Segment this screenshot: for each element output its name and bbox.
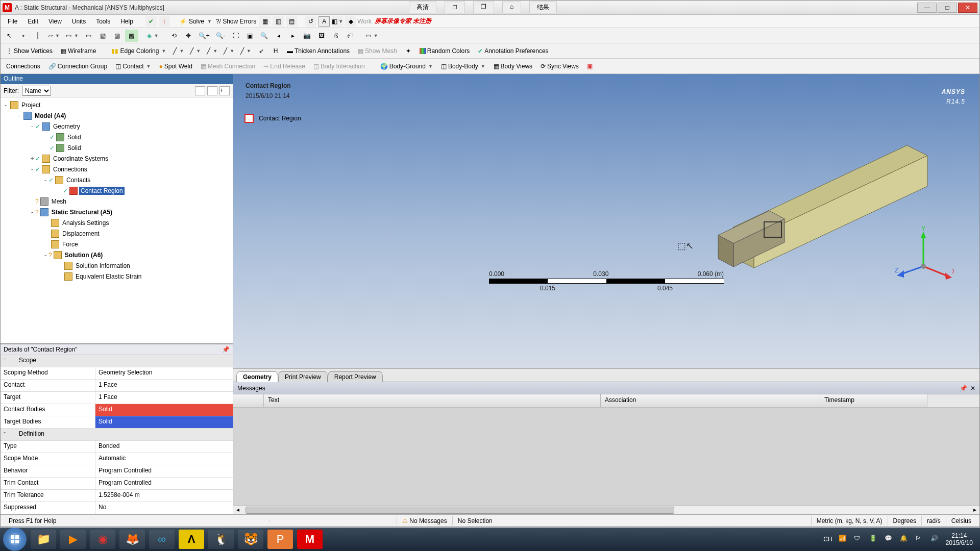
val-type[interactable]: Bonded	[95, 441, 233, 453]
tag-icon[interactable]: 🏷	[344, 30, 357, 42]
zoom-in-icon[interactable]: 🔍+	[196, 30, 212, 42]
val-trimtol[interactable]: 1.5258e-004 m	[95, 490, 233, 502]
sel-body-icon[interactable]: ▭▼	[63, 30, 81, 42]
tab-geometry[interactable]: Geometry	[236, 371, 278, 382]
edge7-icon[interactable]: H	[269, 45, 282, 57]
random-colors-button[interactable]: Random Colors	[416, 45, 473, 57]
tray-wifi-icon[interactable]: 📶	[839, 535, 848, 544]
msg-col-icon[interactable]	[233, 394, 264, 407]
tree-analysis[interactable]: Analysis Settings	[61, 219, 110, 227]
zoom-box-icon[interactable]: ▣	[243, 30, 257, 42]
task-media-icon[interactable]: ▶	[60, 530, 86, 549]
tray-1-icon[interactable]: 🛡	[854, 535, 863, 544]
msg-col-assoc[interactable]: Association	[601, 394, 820, 407]
connections-button[interactable]: Connections	[3, 60, 44, 72]
menu-tools[interactable]: Tools	[91, 16, 115, 27]
tree-eqstrain[interactable]: Equivalent Elastic Strain	[74, 272, 143, 281]
ext-btn-result[interactable]: 结果	[529, 2, 557, 13]
val-contact-bodies[interactable]: Solid	[95, 404, 233, 416]
tree-static[interactable]: Static Structural (A5)	[50, 208, 114, 216]
tree-mesh[interactable]: Mesh	[50, 197, 68, 206]
3d-viewport[interactable]: Contact Region 2015/6/10 21:14 Contact R…	[233, 74, 979, 368]
zoom-sel-icon[interactable]: 🔍	[258, 30, 271, 42]
filter-btn-2[interactable]	[207, 86, 217, 95]
zoom-out-icon[interactable]: 🔍-	[213, 30, 228, 42]
task-mech-icon[interactable]: M	[297, 530, 323, 549]
minimize-button[interactable]: —	[917, 3, 937, 13]
val-trim[interactable]: Program Controlled	[95, 478, 233, 489]
view-prev-icon[interactable]: ◂	[272, 30, 285, 42]
edge4-icon[interactable]: ╱▼	[221, 45, 237, 57]
sel-arrow-icon[interactable]: ↖	[3, 30, 16, 42]
start-button[interactable]	[3, 528, 27, 551]
msg-pin-icon[interactable]: 📌	[960, 385, 967, 392]
menu-view[interactable]: View	[43, 16, 67, 27]
tb-icon-2[interactable]: ▥	[273, 16, 284, 27]
tree-solid1[interactable]: Solid	[66, 133, 83, 141]
taskbar-clock[interactable]: 21:142015/6/10	[946, 532, 973, 546]
body-ground-button[interactable]: 🌍 Body-Ground▼	[377, 60, 436, 72]
tray-3-icon[interactable]: 💬	[885, 535, 894, 544]
val-behavior[interactable]: Program Controlled	[95, 465, 233, 477]
filter-btn-1[interactable]	[195, 86, 205, 95]
tree-geometry[interactable]: Geometry	[52, 122, 82, 131]
show-errors-button[interactable]: ?/ Show Errors	[216, 18, 256, 25]
tree-solution[interactable]: Solution (A6)	[63, 251, 105, 259]
group-definition[interactable]: Definition	[9, 429, 47, 440]
thicken-button[interactable]: ▬ Thicken Annotations	[283, 45, 353, 57]
tb-text-icon[interactable]: A	[318, 16, 330, 27]
msg-close-icon[interactable]: ✕	[970, 385, 975, 392]
print-icon[interactable]: 🖨	[329, 30, 342, 42]
group-scope[interactable]: Scope	[9, 355, 39, 367]
tb-refresh-icon[interactable]: ↺	[305, 16, 316, 27]
solve-button[interactable]: ⚡Solve▼	[179, 18, 212, 25]
outline-tree[interactable]: -Project -Model (A4) -✓Geometry ✓Solid ✓…	[1, 97, 233, 344]
tray-flag-icon[interactable]: 🏳	[915, 535, 924, 544]
val-target[interactable]: 1 Face	[95, 392, 233, 404]
val-scoping[interactable]: Geometry Selection	[95, 367, 233, 379]
sel-ext3-icon[interactable]: ▩	[125, 30, 138, 42]
body-views-button[interactable]: ▦ Body Views	[490, 60, 536, 72]
probe-icon[interactable]: ✦	[402, 45, 415, 57]
tree-project[interactable]: Project	[20, 101, 42, 109]
annotation-prefs-button[interactable]: ✔ Annotation Preferences	[474, 45, 552, 57]
wireframe-button[interactable]: ▦ Wireframe	[57, 45, 100, 57]
filter-select[interactable]: Name	[22, 86, 51, 96]
edge2-icon[interactable]: ╱▼	[187, 45, 203, 57]
tree-contact-region[interactable]: Contact Region	[79, 187, 125, 195]
ext-btn-win[interactable]: ❐	[473, 2, 494, 13]
camera-icon[interactable]: 📷	[301, 30, 314, 42]
tree-solid2[interactable]: Solid	[66, 144, 83, 152]
tray-4-icon[interactable]: 🔔	[900, 535, 909, 544]
menu-edit[interactable]: Edit	[22, 16, 43, 27]
tray-2-icon[interactable]: 🔋	[869, 535, 878, 544]
tb-color-icon[interactable]: ◧▼	[332, 16, 343, 27]
triad-icon[interactable]: Y X Z	[893, 226, 954, 287]
close-button[interactable]: ✕	[958, 3, 977, 13]
task-ansys-icon[interactable]: Λ	[179, 530, 204, 549]
task-ppt-icon[interactable]: P	[267, 530, 293, 549]
view-next-icon[interactable]: ▸	[286, 30, 300, 42]
conn-extra-icon[interactable]: ▣	[583, 60, 597, 72]
ime-indicator[interactable]: CH	[823, 536, 832, 543]
iso-icon[interactable]: ◈▼	[144, 30, 161, 42]
tree-disp[interactable]: Displacement	[61, 230, 101, 238]
task-explorer-icon[interactable]: 📁	[31, 530, 56, 549]
tab-report-preview[interactable]: Report Preview	[328, 371, 383, 382]
val-target-bodies[interactable]: Solid	[95, 416, 233, 428]
task-firefox-icon[interactable]: 🦊	[119, 530, 145, 549]
tb-icon-1[interactable]: ▦	[259, 16, 271, 27]
sel-ext1-icon[interactable]: ▧	[96, 30, 110, 42]
tb-icon-3[interactable]: ▤	[286, 16, 297, 27]
msg-col-time[interactable]: Timestamp	[820, 394, 927, 407]
spot-weld-button[interactable]: ● Spot Weld	[155, 60, 195, 72]
menu-file[interactable]: File	[3, 16, 22, 27]
edge1-icon[interactable]: ╱▼	[170, 45, 186, 57]
edge-coloring-button[interactable]: ▮▮ Edge Coloring▼	[108, 45, 169, 57]
display-dd-icon[interactable]: ▭▼	[363, 30, 381, 42]
show-vertices-button[interactable]: ⋮ Show Vertices	[3, 45, 56, 57]
body-body-button[interactable]: ◫ Body-Body▼	[437, 60, 489, 72]
sel-ext2-icon[interactable]: ▨	[111, 30, 124, 42]
menu-units[interactable]: Units	[67, 16, 91, 27]
tb-check-icon[interactable]: ✔	[145, 16, 157, 27]
